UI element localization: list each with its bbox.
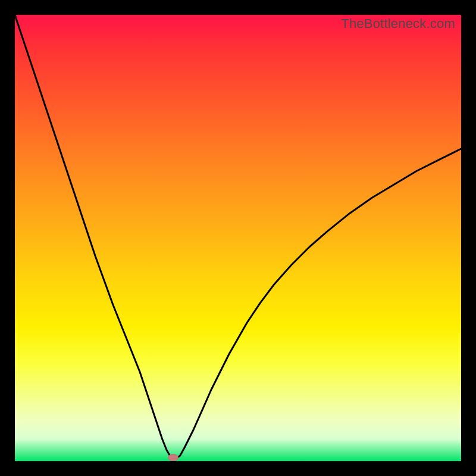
bottleneck-curve — [15, 15, 461, 461]
curve-path — [15, 15, 461, 459]
chart-frame: TheBottleneck.com — [0, 0, 476, 476]
plot-area: TheBottleneck.com — [15, 15, 461, 461]
